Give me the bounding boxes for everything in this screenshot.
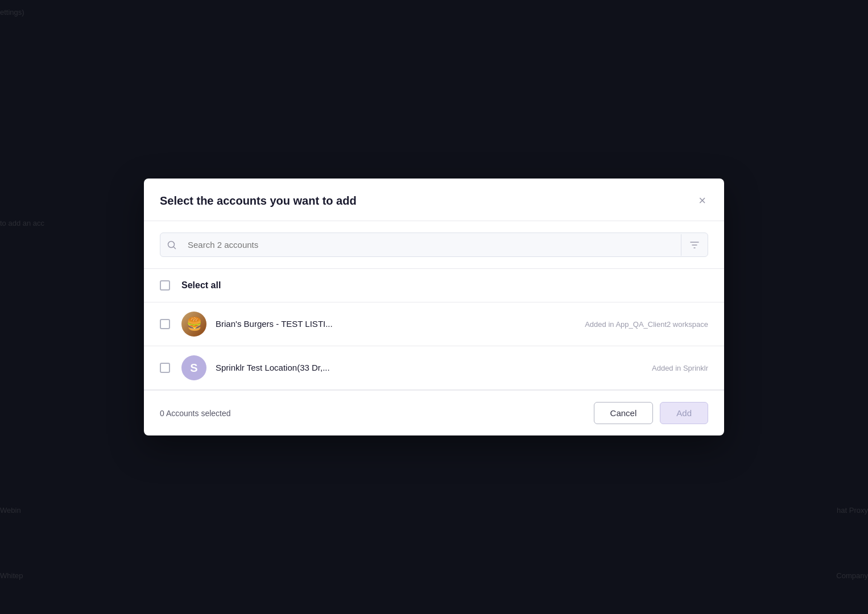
select-all-checkbox[interactable] <box>160 280 170 291</box>
cancel-button[interactable]: Cancel <box>594 402 654 424</box>
close-button[interactable]: × <box>696 192 708 209</box>
account-select-modal: Select the accounts you want to add × <box>144 179 724 435</box>
account-row[interactable]: S Sprinklr Test Location(33 Dr,... Added… <box>144 346 724 390</box>
search-bar-container <box>144 221 724 269</box>
search-input[interactable] <box>183 233 681 256</box>
svg-line-1 <box>174 247 176 248</box>
account-avatar-0: 🍔 <box>181 312 206 337</box>
account-info-1: Sprinklr Test Location(33 Dr,... <box>216 363 652 373</box>
modal-footer: 0 Accounts selected Cancel Add <box>144 390 724 435</box>
filter-button[interactable] <box>681 234 708 256</box>
account-info-0: Brian's Burgers - TEST LISTI... <box>216 319 585 329</box>
selected-count: 0 Accounts selected <box>160 409 231 418</box>
close-icon: × <box>698 194 706 207</box>
modal-header: Select the accounts you want to add × <box>144 179 724 221</box>
search-icon <box>160 240 183 250</box>
footer-actions: Cancel Add <box>594 402 708 424</box>
account-workspace-1: Added in Sprinklr <box>652 364 708 372</box>
select-all-row[interactable]: Select all <box>144 269 724 302</box>
modal-title: Select the accounts you want to add <box>160 194 357 208</box>
account-avatar-1: S <box>181 355 206 380</box>
filter-icon <box>689 240 700 250</box>
account-checkbox-0[interactable] <box>160 319 170 329</box>
account-name-1: Sprinklr Test Location(33 Dr,... <box>216 363 330 372</box>
select-all-label: Select all <box>181 280 221 291</box>
accounts-list: Select all 🍔 Brian's Burgers - TEST LIST… <box>144 269 724 390</box>
account-row[interactable]: 🍔 Brian's Burgers - TEST LISTI... Added … <box>144 302 724 346</box>
search-bar <box>160 233 708 257</box>
add-button[interactable]: Add <box>660 402 708 424</box>
account-checkbox-1[interactable] <box>160 363 170 373</box>
account-name-0: Brian's Burgers - TEST LISTI... <box>216 319 333 329</box>
account-workspace-0: Added in App_QA_Client2 workspace <box>585 320 708 329</box>
svg-point-0 <box>168 241 175 247</box>
